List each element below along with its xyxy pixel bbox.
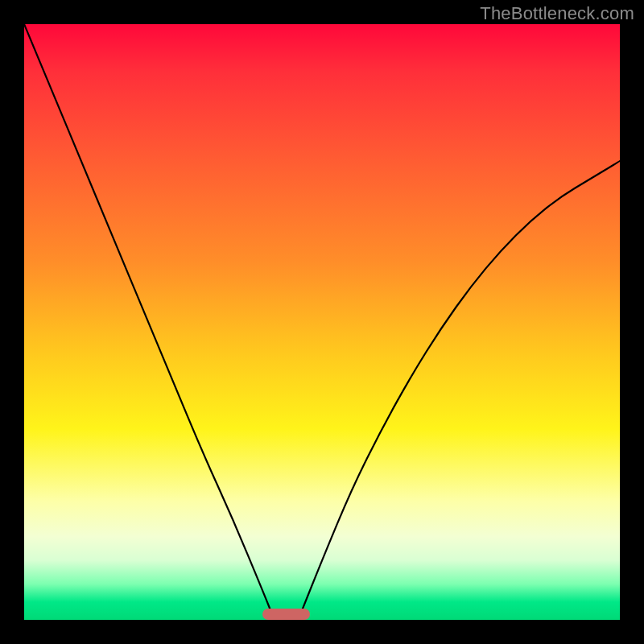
chart-stage: TheBottleneck.com bbox=[0, 0, 644, 644]
curves-layer bbox=[24, 24, 620, 620]
left-curve-path bbox=[24, 24, 275, 620]
watermark-text: TheBottleneck.com bbox=[480, 3, 634, 24]
right-curve-path bbox=[298, 161, 620, 620]
optimal-marker bbox=[262, 609, 310, 620]
plot-area bbox=[24, 24, 620, 620]
